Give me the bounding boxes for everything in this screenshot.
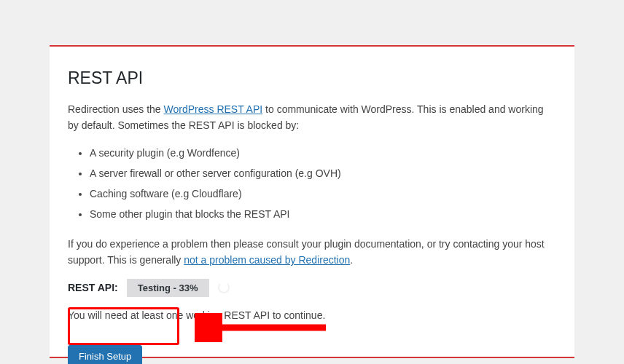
setup-panel: REST API Redirection uses the WordPress … bbox=[50, 45, 574, 358]
list-item: Some other plugin that blocks the REST A… bbox=[90, 204, 556, 224]
finish-setup-button[interactable]: Finish Setup bbox=[68, 345, 142, 364]
intro-text: Redirection uses the WordPress REST API … bbox=[68, 101, 556, 134]
blocker-list: A security plugin (e.g Wordfence) A serv… bbox=[68, 143, 556, 224]
status-badge: Testing - 33% bbox=[127, 279, 209, 297]
status-label: REST API: bbox=[68, 282, 118, 293]
spinner-icon bbox=[218, 282, 230, 293]
list-item: Caching software (e.g Cloudflare) bbox=[90, 183, 556, 204]
problem-suffix: . bbox=[350, 254, 353, 266]
button-wrap: Finish Setup bbox=[68, 345, 142, 364]
problem-text: If you do experience a problem then plea… bbox=[68, 236, 556, 269]
continue-note: You will need at least one working REST … bbox=[68, 307, 556, 323]
not-a-problem-link[interactable]: not a problem caused by Redirection bbox=[184, 254, 350, 266]
intro-prefix: Redirection uses the bbox=[68, 103, 164, 115]
status-row: REST API: Testing - 33% bbox=[68, 279, 556, 297]
list-item: A security plugin (e.g Wordfence) bbox=[90, 143, 556, 163]
page-title: REST API bbox=[68, 68, 556, 88]
list-item: A server firewall or other server config… bbox=[90, 163, 556, 183]
wordpress-rest-api-link[interactable]: WordPress REST API bbox=[164, 103, 263, 115]
